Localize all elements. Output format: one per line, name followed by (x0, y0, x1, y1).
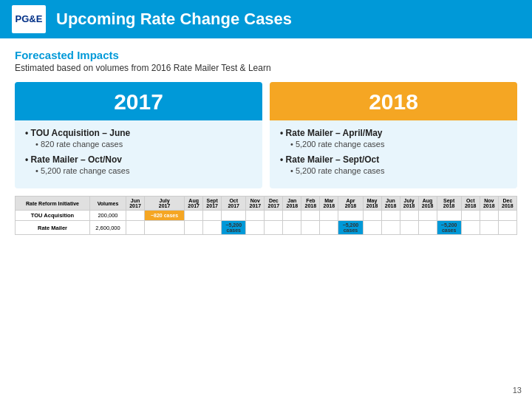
td-tou-nov2018 (480, 211, 498, 221)
th-feb2018: Feb2018 (301, 197, 320, 211)
th-oct2018: Oct2018 (461, 197, 480, 211)
td-tou-jul2018 (400, 211, 418, 221)
td-rm-oct2017: ~5,200cases (222, 221, 246, 235)
td-tou-aug2018 (418, 211, 437, 221)
th-mar2018: Mar2018 (320, 197, 338, 211)
td-rm-aug2017 (185, 221, 203, 235)
year-content-2017: TOU Acquisition – June 820 rate change c… (15, 128, 262, 175)
td-tou-dec2018 (498, 211, 516, 221)
td-tou-dec2017 (265, 211, 283, 221)
th-jul2017: July2017 (145, 197, 185, 211)
th-jul2018: July2018 (400, 197, 418, 211)
bullet-rm-aprmay-sub: 5,200 rate change cases (290, 140, 507, 149)
year-card-2018: 2018 Rate Mailer – April/May 5,200 rate … (270, 82, 517, 188)
td-rm-nov2017 (246, 221, 265, 235)
main-content: Forecasted Impacts Estimated based on vo… (0, 38, 532, 241)
timeline-wrapper: Rate Reform Initiative Volumes Jun2017 J… (15, 196, 517, 235)
td-rm-oct2018 (461, 221, 480, 235)
bullet-tou-sub: 820 rate change cases (35, 140, 252, 149)
td-rm-jun2017 (126, 221, 144, 235)
td-rm-label: Rate Mailer (16, 221, 90, 235)
timeline-table: Rate Reform Initiative Volumes Jun2017 J… (15, 196, 517, 235)
page-header: PG&E Upcoming Rate Change Cases (0, 0, 532, 38)
td-tou-jun2018 (381, 211, 400, 221)
td-tou-feb2018 (301, 211, 320, 221)
td-rm-apr2018: ~5,200cases (338, 221, 363, 235)
bullet-rm-septoct-main: Rate Mailer – Sept/Oct (280, 154, 507, 165)
td-tou-oct2018 (461, 211, 480, 221)
th-sep2017: Sept2017 (203, 197, 222, 211)
bullet-rm-septoct-sub: 5,200 rate change cases (290, 166, 507, 175)
th-nov2018: Nov2018 (480, 197, 498, 211)
th-sep2018: Sept2018 (437, 197, 461, 211)
td-tou-sep2017 (203, 211, 222, 221)
td-tou-aug2017 (185, 211, 203, 221)
th-dec2018: Dec2018 (498, 197, 516, 211)
bullet-tou-main: TOU Acquisition – June (25, 128, 252, 138)
section-subtitle: Estimated based on volumes from 2016 Rat… (15, 63, 517, 73)
td-rm-may2018 (363, 221, 381, 235)
year-card-2017: 2017 TOU Acquisition – June 820 rate cha… (15, 82, 262, 188)
td-tou-sep2018 (437, 211, 461, 221)
logo: PG&E (12, 5, 46, 33)
year-header-2017: 2017 (15, 82, 262, 120)
th-volumes: Volumes (89, 197, 126, 211)
th-oct2017: Oct2017 (222, 197, 246, 211)
td-tou-volumes: 200,000 (89, 211, 126, 221)
page-title: Upcoming Rate Change Cases (56, 10, 292, 29)
th-jun2017: Jun2017 (126, 197, 144, 211)
td-tou-nov2017 (246, 211, 265, 221)
section-title: Forecasted Impacts (15, 49, 517, 61)
bullet-rm-octnov-main: Rate Mailer – Oct/Nov (25, 154, 252, 165)
th-nov2017: Nov2017 (246, 197, 265, 211)
td-rm-aug2018 (418, 221, 437, 235)
td-rm-mar2018 (320, 221, 338, 235)
th-apr2018: Apr2018 (338, 197, 363, 211)
td-tou-jul2017: ~820 cases (145, 211, 185, 221)
year-cards-row: 2017 TOU Acquisition – June 820 rate cha… (15, 82, 517, 188)
td-tou-oct2017 (222, 211, 246, 221)
td-rm-jul2018 (400, 221, 418, 235)
th-dec2017: Dec2017 (265, 197, 283, 211)
th-jan2018: Jan2018 (283, 197, 301, 211)
th-initiative: Rate Reform Initiative (16, 197, 90, 211)
td-rm-dec2018 (498, 221, 516, 235)
td-tou-may2018 (363, 211, 381, 221)
td-rm-feb2018 (301, 221, 320, 235)
td-rm-dec2017 (265, 221, 283, 235)
td-rm-jul2017 (145, 221, 185, 235)
td-rm-volumes: 2,600,000 (89, 221, 126, 235)
year-header-2018: 2018 (270, 82, 517, 120)
bullet-rm-octnov-sub: 5,200 rate change cases (35, 166, 252, 175)
table-row: TOU Acquisition 200,000 ~820 cases (16, 211, 517, 221)
th-jun2018: Jun2018 (381, 197, 400, 211)
td-tou-label: TOU Acquisition (16, 211, 90, 221)
td-tou-jan2018 (283, 211, 301, 221)
td-rm-jun2018 (381, 221, 400, 235)
year-content-2018: Rate Mailer – April/May 5,200 rate chang… (270, 128, 517, 175)
td-tou-mar2018 (320, 211, 338, 221)
bullet-rm-aprmay-main: Rate Mailer – April/May (280, 128, 507, 138)
table-row: Rate Mailer 2,600,000 ~5,200cases ~5,200… (16, 221, 517, 235)
td-rm-sep2017 (203, 221, 222, 235)
td-rm-jan2018 (283, 221, 301, 235)
th-aug2017: Aug2017 (185, 197, 203, 211)
page-number: 13 (513, 386, 522, 395)
td-tou-apr2018 (338, 211, 363, 221)
th-aug2018: Aug2018 (418, 197, 437, 211)
td-rm-nov2018 (480, 221, 498, 235)
td-tou-jun2017 (126, 211, 144, 221)
th-may2018: May2018 (363, 197, 381, 211)
td-rm-sep2018: ~5,200cases (437, 221, 461, 235)
